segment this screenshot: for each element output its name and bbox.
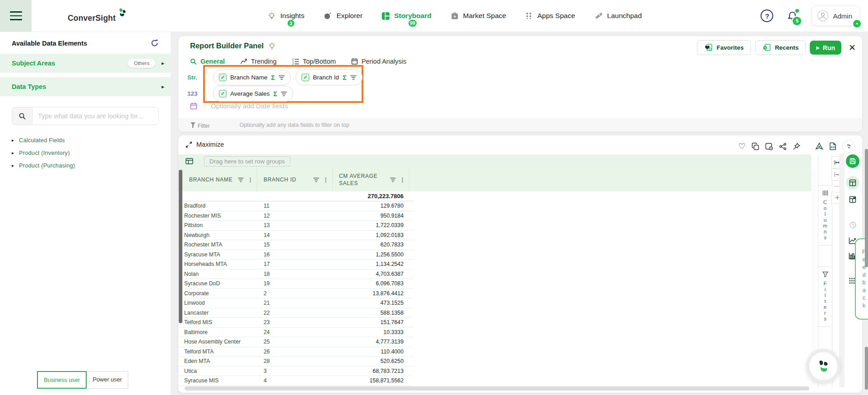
table-row[interactable]: Lancaster22588.1358	[178, 308, 413, 318]
tree-item[interactable]: ▸Product (Inventory)	[12, 149, 171, 156]
table-row[interactable]: Baltimore2410.3333	[178, 328, 413, 338]
maximize-button[interactable]: Maximize	[186, 141, 224, 148]
checkbox-icon[interactable]: ✓	[219, 74, 227, 81]
run-button[interactable]: ▶ Run	[810, 41, 841, 55]
favorites-button[interactable]: Favorites	[697, 40, 751, 55]
column-filter-icon[interactable]	[390, 177, 396, 182]
table-row[interactable]: Syracuse MTA161,256.5500	[178, 250, 413, 260]
table-row[interactable]: Telford MIS23151.7647	[178, 318, 413, 328]
table-row[interactable]: Nolan184,703.6387	[178, 270, 413, 279]
column-header-branch-name[interactable]: BRANCH NAME ⋮	[183, 168, 257, 191]
column-menu-icon[interactable]: ⋮	[247, 177, 253, 183]
window-scrollbar-thumb[interactable]	[865, 347, 868, 390]
field-chip[interactable]: ✓Average SalesΣ	[213, 86, 293, 102]
field-chip[interactable]: ✓Branch IdΣ	[296, 70, 362, 85]
column-header-branch-id[interactable]: BRANCH ID ⋮	[257, 168, 333, 191]
side-tab-columns[interactable]: Columns	[818, 185, 832, 246]
caret-right-icon[interactable]: ▸	[12, 163, 14, 168]
date-fields-row[interactable]: ⋮ Optionally add Date fields	[190, 102, 288, 110]
nav-launchpad[interactable]: Launchpad	[594, 11, 642, 20]
table-row[interactable]: Utica368,783.7213	[178, 367, 413, 376]
pivot-view-icon[interactable]	[849, 196, 856, 203]
caret-right-icon[interactable]: ▸	[12, 150, 14, 155]
table-row[interactable]: Telford MTA26110.4000	[178, 347, 413, 357]
tab-top-bottom[interactable]: Top/Bottom	[292, 58, 336, 65]
main-content: Report Builder Panel	[171, 32, 868, 395]
sigma-aggregation-icon[interactable]: Σ	[274, 90, 278, 98]
tree-item[interactable]: ▸Product (Purchasing)	[12, 162, 171, 169]
side-tab-filters[interactable]: Filters	[818, 266, 832, 327]
sidebar-item-data-types[interactable]: Data Types ▸	[0, 77, 171, 96]
nav-apps-space[interactable]: Apps Space	[525, 12, 575, 20]
table-row[interactable]: Rochester MTA15620.7833	[178, 240, 413, 250]
close-panel-button[interactable]: ✕	[849, 42, 856, 53]
table-row[interactable]: Eden MTA28520.6250	[178, 357, 413, 367]
chip-filter-icon[interactable]	[279, 75, 285, 80]
topbar-right-cluster: ? 5 Admin ▼	[761, 0, 860, 32]
table-row[interactable]: Pittston131,722.0339	[178, 221, 413, 231]
notifications-button[interactable]: 5	[787, 10, 798, 22]
column-menu-icon[interactable]: ⋮	[323, 177, 329, 183]
recents-button[interactable]: Recents	[755, 40, 806, 55]
table-row[interactable]: Linwood21473.1525	[178, 298, 413, 308]
tab-period-analysis[interactable]: Period Analysis	[351, 58, 406, 65]
sidebar-item-subject-areas[interactable]: Subject Areas Others ▸	[0, 54, 171, 73]
export-xlsx-icon[interactable]: XLSX	[829, 142, 836, 150]
bulb-icon[interactable]	[268, 42, 276, 50]
caret-right-icon[interactable]: ▸	[12, 138, 14, 143]
drag-handle-icon[interactable]: ⋮	[202, 91, 208, 97]
table-row[interactable]: Bradford11129.6780	[178, 201, 413, 211]
column-menu-icon[interactable]: ⋮	[399, 177, 405, 183]
column-filter-icon[interactable]	[238, 177, 244, 182]
refresh-icon[interactable]	[150, 39, 159, 47]
checkbox-icon[interactable]: ✓	[219, 90, 227, 98]
others-badge[interactable]: Others	[128, 59, 155, 68]
nav-market-space[interactable]: Market Space	[450, 12, 506, 20]
chip-filter-icon[interactable]	[281, 91, 287, 97]
chip-filter-icon[interactable]	[350, 75, 357, 80]
tab-general[interactable]: General	[190, 58, 225, 65]
duplicate-schedule-icon[interactable]	[765, 143, 773, 150]
field-chip[interactable]: ✓Branch NameΣ	[213, 70, 291, 85]
sigma-aggregation-icon[interactable]: Σ	[343, 74, 347, 81]
grid-vertical-scrollbar-thumb[interactable]	[179, 170, 182, 323]
nav-explorer[interactable]: Explorer	[323, 11, 362, 20]
nav-insights[interactable]: Insights 3	[267, 11, 304, 20]
checkbox-icon[interactable]: ✓	[302, 74, 309, 81]
window-scrollbar-thumb[interactable]	[865, 149, 868, 267]
user-menu[interactable]: Admin ▼	[812, 6, 860, 26]
tree-item[interactable]: ▸Calculated Fields	[12, 137, 171, 144]
favorite-heart-icon[interactable]: ♡	[738, 142, 746, 150]
filter-drop-zone[interactable]: Filter Optionally add any data fields to…	[178, 118, 862, 132]
hamburger-menu-button[interactable]	[0, 0, 32, 32]
export-pdf-icon[interactable]	[815, 142, 823, 150]
table-view-icon[interactable]	[846, 176, 859, 190]
table-row[interactable]: Syracuse MIS4158,871.5562	[178, 376, 413, 386]
table-row[interactable]: Newburgh141,092.0183	[178, 231, 413, 241]
table-row[interactable]: Syracuse DoD196,096.7083	[178, 279, 413, 289]
pin-icon[interactable]	[793, 143, 800, 150]
share-icon[interactable]	[779, 143, 787, 150]
table-row[interactable]: Corporate213,876.4412	[178, 289, 413, 299]
nav-storyboard[interactable]: Storyboard 99	[381, 12, 432, 20]
table-row[interactable]: Horseheads MTA171,134.2542	[178, 260, 413, 270]
table-row[interactable]: Rochester MIS12950.9184	[178, 211, 413, 221]
power-user-button[interactable]: Power user	[87, 371, 128, 389]
business-user-button[interactable]: Business user	[37, 371, 87, 389]
save-view-icon[interactable]	[846, 154, 859, 168]
column-header-cm-average-sales[interactable]: CM AVERAGE SALES ⋮	[333, 168, 409, 191]
tab-trending[interactable]: Trending	[240, 58, 277, 65]
table-row[interactable]: Hose Assembly Center254,777.3139	[178, 337, 413, 347]
pie-chart-icon[interactable]	[849, 221, 857, 229]
chevron-right-icon: ▸	[162, 60, 164, 66]
table-cell: 620.7833	[333, 240, 409, 250]
drag-handle-icon[interactable]: ⋮	[202, 74, 208, 81]
sigma-aggregation-icon[interactable]: Σ	[271, 74, 275, 81]
row-groups-drop-zone[interactable]: Drag here to set row groups	[178, 154, 811, 168]
help-button[interactable]: ?	[761, 9, 773, 22]
copy-icon[interactable]	[752, 143, 759, 150]
search-input[interactable]	[32, 107, 158, 125]
conversight-chat-bubble[interactable]	[806, 349, 840, 383]
column-filter-icon[interactable]	[313, 177, 319, 182]
grid-horizontal-scrollbar[interactable]	[185, 386, 809, 390]
